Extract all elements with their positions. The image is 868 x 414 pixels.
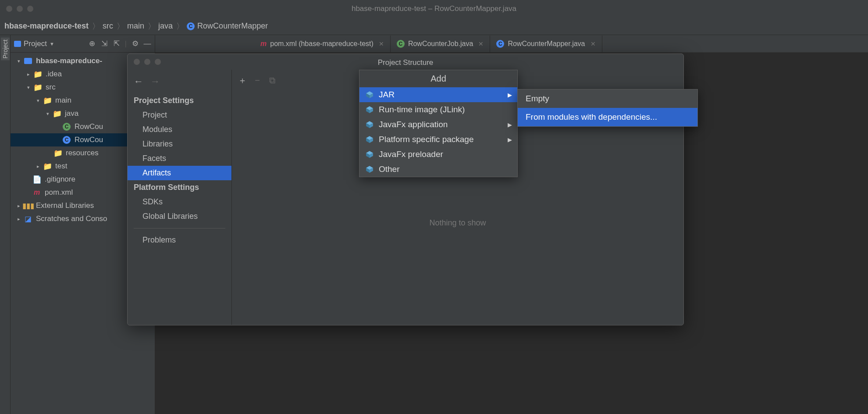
expand-arrow-icon[interactable]: ▸ (16, 203, 22, 209)
dialog-title: Project Structure (378, 58, 434, 67)
close-tab-icon[interactable]: ✕ (591, 40, 596, 47)
breadcrumb-class[interactable]: C RowCounterMapper (187, 21, 268, 31)
close-window-button[interactable] (6, 6, 12, 12)
locate-icon[interactable]: ⊕ (88, 40, 96, 48)
add-item-label: JavaFx preloader (379, 150, 443, 159)
sidebar-global-libraries[interactable]: Global Libraries (128, 209, 231, 224)
collapse-all-icon[interactable]: ⇱ (113, 40, 121, 48)
window-title: hbase-mapreduce-test – RowCounterMapper.… (352, 4, 516, 13)
expand-arrow-icon[interactable]: ▾ (45, 111, 51, 117)
hide-panel-icon[interactable]: — (143, 40, 151, 48)
remove-artifact-icon[interactable]: − (253, 76, 262, 85)
add-item-label: JAR (379, 90, 395, 100)
breadcrumb-class-label: RowCounterMapper (197, 21, 268, 31)
tree-label: RowCou (75, 136, 103, 144)
project-tool-tab[interactable]: Project (1, 38, 10, 61)
tree-label: RowCou (75, 122, 103, 131)
close-tab-icon[interactable]: ✕ (379, 40, 384, 47)
class-icon: C (397, 40, 405, 48)
breadcrumb-src-label: src (103, 21, 113, 31)
class-icon: C (62, 122, 71, 131)
add-item-label: Run-time image (JLink) (379, 105, 465, 114)
expand-arrow-icon[interactable]: ▾ (16, 58, 22, 64)
tab-label: RowCounterMapper.java (508, 40, 585, 48)
copy-artifact-icon[interactable]: ⧉ (268, 76, 277, 85)
expand-arrow-icon[interactable]: ▾ (25, 85, 32, 90)
project-icon (14, 41, 21, 47)
dialog-traffic-lights (134, 59, 161, 65)
nav-back-icon[interactable]: ← (134, 76, 143, 87)
folder-icon: 📁 (33, 70, 42, 79)
breadcrumb-java-label: java (158, 21, 173, 31)
folder-icon: 📁 (33, 83, 42, 92)
add-artifact-icon[interactable]: ＋ (238, 76, 247, 85)
folder-icon: 📁 (43, 162, 52, 171)
tree-label: .gitignore (45, 175, 75, 184)
maximize-window-button[interactable] (27, 6, 33, 12)
project-panel-selector[interactable]: Project ▼ (14, 39, 85, 48)
dialog-close-button[interactable] (134, 59, 140, 65)
jar-empty[interactable]: Empty (518, 89, 697, 108)
add-item-jlink[interactable]: Run-time image (JLink) (359, 102, 517, 117)
add-popup-header: Add (359, 70, 517, 87)
traffic-lights (6, 6, 33, 12)
tab-label: RowCounterJob.java (408, 40, 473, 48)
tree-label: resources (66, 149, 99, 157)
sidebar-problems[interactable]: Problems (128, 233, 231, 247)
expand-arrow-icon[interactable]: ▾ (35, 98, 41, 104)
expand-all-icon[interactable]: ⇲ (100, 40, 108, 48)
sidebar-artifacts[interactable]: Artifacts (128, 166, 231, 180)
title-bar: hbase-mapreduce-test – RowCounterMapper.… (0, 0, 868, 18)
editor-tabs: m pom.xml (hbase-mapreduce-test) ✕ C Row… (155, 35, 868, 53)
gear-icon[interactable]: ⚙ (131, 40, 139, 48)
add-item-label: Platform specific package (379, 135, 474, 144)
platform-settings-header: Platform Settings (128, 180, 231, 195)
jar-from-modules[interactable]: From modules with dependencies... (518, 108, 697, 126)
tree-label: test (55, 162, 67, 171)
breadcrumb-src[interactable]: src〉 (103, 21, 125, 32)
tree-label: java (65, 109, 78, 118)
folder-icon: 📁 (43, 96, 52, 105)
dialog-title-bar: Project Structure (128, 54, 683, 70)
add-item-platform[interactable]: Platform specific package ▶ (359, 132, 517, 147)
sidebar-divider (134, 228, 225, 228)
add-item-javafx[interactable]: JavaFx application ▶ (359, 117, 517, 132)
add-item-other[interactable]: Other (359, 162, 517, 177)
breadcrumb-root[interactable]: hbase-mapreduce-test〉 (4, 21, 101, 32)
library-icon: ▮▮▮ (24, 201, 32, 210)
sidebar-libraries[interactable]: Libraries (128, 137, 231, 151)
dialog-sidebar: ← → Project Settings Project Modules Lib… (128, 70, 232, 325)
project-panel-header: Project ▼ ⊕ ⇲ ⇱ | ⚙ — (11, 35, 155, 53)
dialog-minimize-button[interactable] (144, 59, 150, 65)
class-icon: C (496, 40, 504, 48)
tab-label: pom.xml (hbase-mapreduce-test) (270, 40, 374, 48)
dialog-maximize-button[interactable] (155, 59, 161, 65)
editor-tab-rowcountermapper[interactable]: C RowCounterMapper.java ✕ (490, 36, 602, 52)
expand-arrow-icon[interactable]: ▸ (35, 164, 41, 169)
jar-submenu-label: Empty (526, 94, 549, 104)
breadcrumb-main[interactable]: main〉 (127, 21, 157, 32)
submenu-arrow-icon: ▶ (508, 92, 512, 98)
sidebar-project[interactable]: Project (128, 108, 231, 122)
add-item-preloader[interactable]: JavaFx preloader (359, 147, 517, 162)
module-icon (24, 57, 32, 65)
editor-tab-rowcounterjob[interactable]: C RowCounterJob.java ✕ (391, 36, 491, 52)
add-item-jar[interactable]: JAR ▶ (359, 87, 517, 102)
tree-label: pom.xml (45, 188, 73, 197)
expand-arrow-icon[interactable]: ▸ (16, 216, 22, 222)
close-tab-icon[interactable]: ✕ (478, 40, 484, 47)
tree-label: External Libraries (36, 201, 94, 210)
expand-arrow-icon[interactable]: ▸ (25, 71, 32, 77)
breadcrumb-java[interactable]: java〉 (158, 21, 185, 32)
nav-forward-icon[interactable]: → (150, 76, 160, 87)
breadcrumb-main-label: main (127, 21, 144, 31)
sidebar-facets[interactable]: Facets (128, 151, 231, 166)
sidebar-modules[interactable]: Modules (128, 122, 231, 137)
tree-label: src (46, 83, 56, 92)
sidebar-sdks[interactable]: SDKs (128, 195, 231, 209)
minimize-window-button[interactable] (17, 6, 23, 12)
tree-label: main (55, 96, 71, 105)
editor-tab-pom[interactable]: m pom.xml (hbase-mapreduce-test) ✕ (254, 36, 391, 52)
artifact-type-icon (366, 91, 374, 99)
tree-label: .idea (46, 70, 62, 79)
